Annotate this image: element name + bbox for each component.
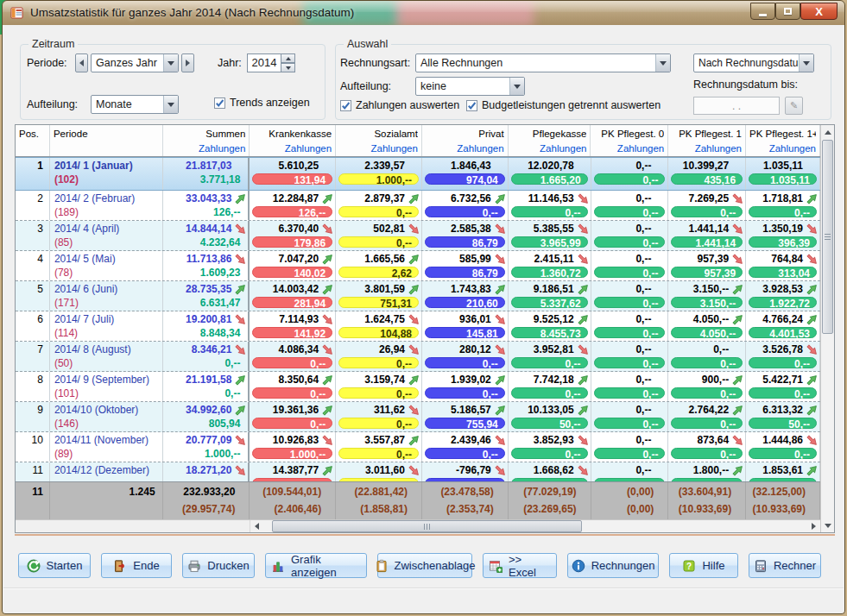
table-row[interactable]: 22014/ 2 (Februar)(189)33.043,33126,--12… [16, 191, 820, 221]
cell-pflegekasse: 3.852,930,-- [509, 432, 591, 462]
table-row[interactable]: 92014/10 (Oktober)(146)34.992,60805,9419… [16, 402, 820, 432]
trend-up-icon [806, 283, 819, 296]
jahr-spinner[interactable]: 2014 [247, 53, 295, 72]
excel-button[interactable]: >> Excel [483, 553, 557, 578]
table-row[interactable]: 82014/ 9 (September)(101)21.191,580,--8.… [16, 372, 820, 402]
cell-pflegekasse: 11.146,530,-- [509, 191, 591, 220]
payment-bar: 755,94 [425, 418, 505, 429]
checkbox-checked-icon [214, 97, 225, 109]
cell-pos: 8 [16, 372, 50, 401]
payment-bar: 0,-- [594, 387, 666, 399]
ende-button[interactable]: Ende [101, 553, 172, 578]
column-header-summen[interactable]: SummenZahlungen [163, 125, 250, 156]
jahr-spin-up[interactable] [281, 53, 295, 63]
payment-bar: 281,94 [252, 297, 332, 308]
table-row[interactable]: 62014/ 7 (Juli)(114)19.200,818.848,347.1… [16, 311, 820, 342]
column-header-sozialamt[interactable]: SozialamtZahlungen [336, 125, 422, 156]
rechnungsdatum-bis-input[interactable]: . . [693, 97, 780, 115]
datumsmodus-select[interactable]: Nach Rechnungsdatum [693, 53, 814, 72]
scrollbar-grip-icon [424, 524, 430, 530]
payment-bar: 179,86 [252, 236, 332, 248]
date-picker-button[interactable]: ✎ [785, 97, 803, 115]
payment-bar: 145,81 [425, 327, 505, 338]
zwischenablage-button[interactable]: Zwischenablage [377, 553, 472, 578]
periode-next-button[interactable] [181, 53, 194, 72]
column-header-periode[interactable]: Periode [50, 125, 163, 156]
rechnungen-button[interactable]: Rechnungen [567, 553, 659, 578]
cell-periode: 2014/ 5 (Mai)(78) [50, 251, 163, 280]
scroll-left-button[interactable] [250, 520, 263, 532]
zahlungen-checkbox[interactable]: Zahlungen auswerten [340, 99, 459, 111]
cell-pos: 3 [16, 221, 50, 250]
trend-down-icon [577, 223, 590, 236]
column-header-pk_pflegest_0[interactable]: PK Pflegest. 0Zahlungen [591, 125, 668, 156]
table-row[interactable]: 102014/11 (November)(89)20.777,091.000,-… [16, 432, 820, 462]
starten-button[interactable]: Starten [18, 553, 91, 578]
drucken-button[interactable]: Drucken [182, 553, 255, 578]
hscroll-fixed-spacer [16, 520, 250, 532]
column-header-privat[interactable]: PrivatZahlungen [422, 125, 509, 156]
scroll-down-icon [825, 524, 831, 528]
column-header-pos[interactable]: Pos. [16, 125, 50, 156]
table-row[interactable]: 52014/ 6 (Juni)(171)28.735,356.631,4714.… [16, 281, 820, 311]
trend-up-icon [321, 374, 334, 387]
hilfe-button[interactable]: ?Hilfe [669, 553, 738, 578]
scroll-up-button[interactable] [821, 125, 834, 139]
minimize-icon [759, 14, 767, 16]
table-row[interactable]: 42014/ 5 (Mai)(78)11.713,861.609,237.047… [16, 251, 820, 281]
vertical-scrollbar[interactable] [820, 125, 834, 532]
trends-checkbox[interactable]: Trends anzeigen [214, 97, 310, 109]
budget-checkbox[interactable]: Budgetleistungen getrennt auswerten [466, 99, 661, 111]
cell-pk_pflegest_0: 0,--0,-- [591, 402, 669, 431]
trend-up-icon [234, 283, 247, 296]
table-row[interactable]: 72014/ 8 (August)(50)8.346,210,--4.086,3… [16, 342, 820, 372]
jahr-spin-down[interactable] [281, 63, 295, 72]
vscroll-thumb[interactable] [822, 140, 833, 334]
table-row[interactable]: 12014/ 1 (Januar)(102)21.817,033.771,185… [16, 157, 820, 191]
rechnungsart-select[interactable]: Alle Rechnungen [415, 53, 671, 72]
trend-up-icon [408, 283, 420, 296]
maximize-button[interactable] [775, 3, 800, 20]
grafik-anzeigen-button[interactable]: Grafik anzeigen [265, 553, 367, 578]
hscroll-thumb[interactable] [272, 520, 582, 532]
zeitraum-aufteilung-select[interactable]: Monate [91, 95, 179, 114]
table-row[interactable]: 32014/ 4 (April)(85)14.844,144.232,646.3… [16, 221, 820, 251]
payment-bar: 86,79 [425, 267, 505, 278]
excel-icon [489, 559, 503, 573]
column-header-krankenkasse[interactable]: KrankenkasseZahlungen [250, 125, 336, 156]
column-header-pflegekasse[interactable]: PflegekasseZahlungen [509, 125, 591, 156]
payment-bar: 1.360,72 [511, 267, 588, 278]
horizontal-scrollbar[interactable] [16, 519, 820, 532]
scroll-down-button[interactable] [821, 519, 834, 532]
close-button[interactable]: X [800, 3, 838, 20]
title-bar[interactable]: Umsatzstatistik für ganzes Jahr 2014 (Na… [3, 1, 844, 25]
table-row[interactable]: 112014/12 (Dezember)18.271,2014.387,773.… [16, 462, 820, 481]
auswahl-aufteilung-select[interactable]: keine [415, 77, 525, 96]
periode-select[interactable]: Ganzes Jahr [91, 53, 179, 72]
spin-down-icon [286, 66, 291, 70]
vscroll-track[interactable] [821, 335, 834, 519]
trend-down-icon [731, 253, 744, 266]
payment-text: 1.609,23 [163, 267, 249, 280]
minimize-button[interactable] [750, 3, 775, 20]
cell-pflegekasse: 5.385,553.965,99 [509, 221, 591, 250]
rechner-button[interactable]: Rechner [749, 553, 821, 578]
cell-summen: 19.200,818.848,34 [163, 311, 250, 341]
cell-pk_pflegest_0: 0,--0,-- [591, 281, 669, 311]
trend-down-icon [577, 464, 590, 477]
column-header-pk_pflegest_1[interactable]: PK Pflegest. 1Zahlungen [668, 125, 746, 156]
trend-down-icon [408, 404, 420, 417]
cell-pflegekasse: 9.525,128.455,73 [509, 311, 591, 341]
periode-label: Periode: [27, 57, 67, 69]
payment-bar: 0,-- [252, 357, 332, 368]
payment-bar: 0,-- [338, 236, 419, 248]
jahr-value[interactable]: 2014 [247, 53, 281, 72]
payment-bar: 1.441,14 [671, 236, 743, 248]
trend-up-icon [577, 313, 590, 326]
column-header-pk_pflegest_1plus[interactable]: PK Pflegest. 1+Zahlungen [746, 125, 820, 156]
scroll-right-button[interactable] [807, 520, 820, 532]
periode-prev-button[interactable] [75, 53, 88, 72]
cell-periode: 2014/11 (November)(89) [50, 432, 163, 462]
cell-periode: 2014/10 (Oktober)(146) [50, 402, 163, 431]
cell-sozialamt: 3.159,740,-- [336, 372, 422, 401]
